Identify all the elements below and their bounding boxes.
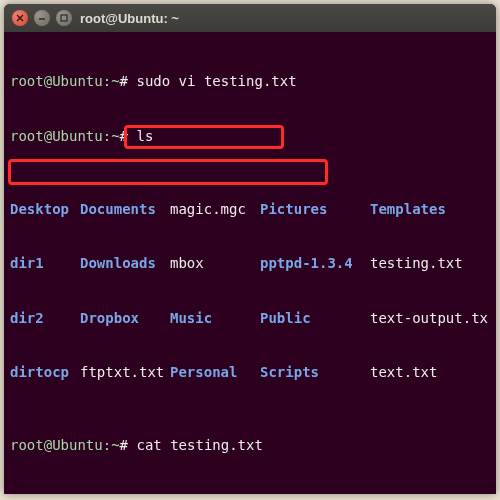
prompt-user: root@Ubuntu (10, 73, 103, 89)
ls-row: Desktop Documents magic.mgc Pictures Tem… (10, 200, 490, 218)
terminal-body[interactable]: root@Ubuntu:~# sudo vi testing.txt root@… (4, 32, 496, 494)
ls-row: dir1 Downloads mbox pptpd-1.3.4 testing.… (10, 254, 490, 272)
close-icon[interactable] (12, 10, 28, 26)
command-text: ls (136, 128, 153, 144)
ls-entry: Public (260, 309, 370, 327)
maximize-icon[interactable] (56, 10, 72, 26)
prompt-symbol: # (120, 73, 128, 89)
prompt-line: root@Ubuntu:~# cat testing.txt (10, 436, 490, 454)
command-text: sudo vi testing.txt (136, 73, 296, 89)
ls-entry: testing.txt (370, 254, 490, 272)
ls-entry: mbox (170, 254, 260, 272)
ls-entry: Scripts (260, 363, 370, 381)
ls-entry: Pictures (260, 200, 370, 218)
ls-entry: magic.mgc (170, 200, 260, 218)
annotation-highlight (8, 159, 328, 185)
ls-entry: Personal (170, 363, 260, 381)
command-text: cat testing.txt (136, 437, 262, 453)
ls-entry: Dropbox (80, 309, 170, 327)
ls-entry: pptpd-1.3.4 (260, 254, 370, 272)
terminal-window: root@Ubuntu: ~ root@Ubuntu:~# sudo vi te… (4, 4, 496, 494)
minimize-icon[interactable] (34, 10, 50, 26)
titlebar: root@Ubuntu: ~ (4, 4, 496, 32)
ls-entry: dirtocp (10, 363, 80, 381)
ls-entry: text.txt (370, 363, 490, 381)
svg-rect-0 (61, 15, 67, 21)
prompt-line: root@Ubuntu:~# ls (10, 127, 490, 145)
prompt-path: ~ (111, 73, 119, 89)
ls-entry: dir2 (10, 309, 80, 327)
window-title: root@Ubuntu: ~ (80, 11, 179, 26)
ls-entry: Templates (370, 200, 490, 218)
window-controls (12, 10, 72, 26)
ls-entry: ftptxt.txt (80, 363, 170, 381)
ls-row: dir2 Dropbox Music Public text-output.tx (10, 309, 490, 327)
ls-entry: Downloads (80, 254, 170, 272)
ls-row: dirtocp ftptxt.txt Personal Scripts text… (10, 363, 490, 381)
ls-entry: Desktop (10, 200, 80, 218)
ls-entry: dir1 (10, 254, 80, 272)
ls-entry: text-output.tx (370, 309, 490, 327)
prompt-line: root@Ubuntu:~# sudo vi testing.txt (10, 72, 490, 90)
ls-entry: Documents (80, 200, 170, 218)
ls-entry: Music (170, 309, 260, 327)
